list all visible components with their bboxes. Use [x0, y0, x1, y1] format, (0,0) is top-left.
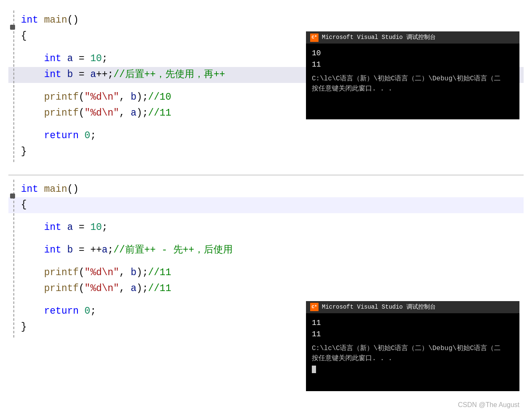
main-area: int main() { int a = 10; int b = a++;//后… — [0, 4, 532, 363]
code-section-1: int main() { int a = 10; int b = a++;//后… — [8, 10, 524, 162]
line-s2-1: int main() — [8, 182, 524, 198]
terminal-line-3: C:\lc\C语言（新）\初始C语言（二）\Debug\初始C语言（二 — [312, 74, 514, 84]
line-s1-1: int main() — [8, 13, 524, 28]
terminal-line-6: 11 — [312, 329, 514, 340]
keyword-int-1: int — [21, 15, 38, 26]
watermark: CSDN @The August — [458, 401, 519, 409]
terminal-title-1: Microsoft Visual Studio 调试控制台 — [322, 33, 436, 42]
terminal-titlebar-2: C* Microsoft Visual Studio 调试控制台 — [306, 301, 519, 313]
page: int main() { int a = 10; int b = a++;//后… — [0, 0, 532, 415]
left-deco-1 — [13, 10, 14, 162]
spacer-s1-3 — [8, 121, 524, 128]
terminal-1: C* Microsoft Visual Studio 调试控制台 10 11 C… — [306, 31, 519, 119]
terminal-line-8: 按任意键关闭此窗口. . . — [312, 353, 514, 363]
terminal-line-1: 10 — [312, 48, 514, 59]
terminal-cursor — [312, 366, 316, 373]
line-s1-8: } — [8, 144, 524, 160]
terminal-2: C* Microsoft Visual Studio 调试控制台 11 11 C… — [306, 301, 519, 391]
line-s2-2: { — [8, 197, 524, 213]
terminal-body-1: 10 11 C:\lc\C语言（新）\初始C语言（二）\Debug\初始C语言（… — [306, 44, 519, 98]
line-s1-7: return 0; — [8, 128, 524, 144]
bookmark-icon-2 — [10, 193, 15, 198]
terminal-line-5: 11 — [312, 317, 514, 329]
terminal-line-2: 11 — [312, 59, 514, 70]
line-s2-5: printf("%d\n", b);//11 — [8, 265, 524, 281]
terminal-body-2: 11 11 C:\lc\C语言（新）\初始C语言（二）\Debug\初始C语言（… — [306, 313, 519, 379]
terminal-icon-2: C* — [310, 303, 319, 311]
func-main-1: main — [44, 15, 67, 26]
terminal-titlebar-1: C* Microsoft Visual Studio 调试控制台 — [306, 31, 519, 44]
left-deco-2 — [13, 180, 14, 338]
line-s2-3: int a = 10; — [8, 220, 524, 236]
code-section-2: int main() { int a = 10; int b = ++a;//前… — [8, 180, 524, 338]
line-s2-6: printf("%d\n", a);//11 — [8, 281, 524, 297]
terminal-line-4: 按任意键关闭此窗口. . . — [312, 84, 514, 94]
bookmark-icon — [10, 25, 15, 30]
terminal-title-2: Microsoft Visual Studio 调试控制台 — [322, 303, 436, 312]
line-s2-4: int b = ++a;//前置++ - 先++，后使用 — [8, 242, 524, 258]
section-separator — [8, 175, 524, 175]
terminal-line-7: C:\lc\C语言（新）\初始C语言（二）\Debug\初始C语言（二 — [312, 343, 514, 353]
terminal-icon-1: C* — [310, 34, 319, 42]
